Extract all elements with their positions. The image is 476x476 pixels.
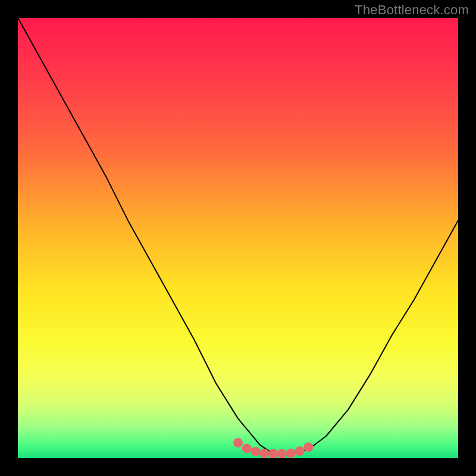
optimal-marker <box>259 449 269 458</box>
optimal-marker <box>295 446 305 456</box>
optimal-marker <box>268 449 278 458</box>
optimal-marker <box>242 444 252 453</box>
optimal-marker <box>233 438 243 447</box>
optimal-marker <box>251 447 261 456</box>
chart-frame: TheBottleneck.com <box>0 0 476 476</box>
gradient-background <box>18 18 458 458</box>
optimal-marker <box>303 443 313 452</box>
optimal-marker <box>277 449 287 458</box>
watermark-text: TheBottleneck.com <box>355 2 469 18</box>
bottleneck-chart <box>18 18 458 458</box>
optimal-marker <box>286 449 296 458</box>
plot-area <box>18 18 458 458</box>
